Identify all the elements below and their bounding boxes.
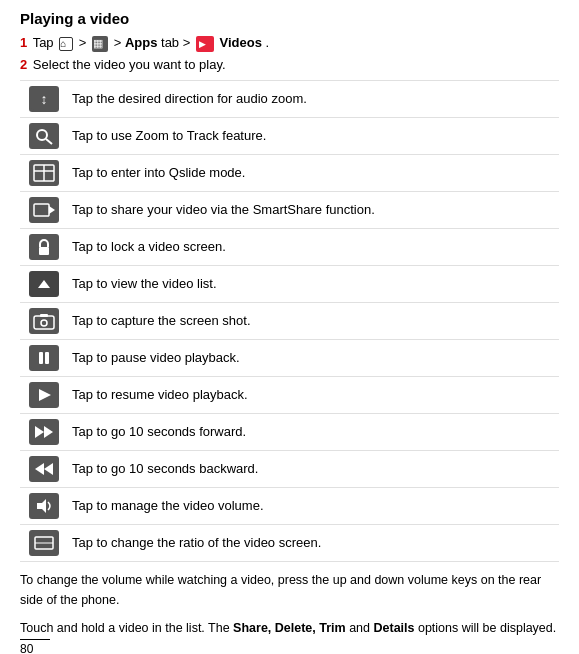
apps-label: Apps xyxy=(125,35,158,50)
smartshare-desc: Tap to share your video via the SmartSha… xyxy=(68,199,559,221)
bold-details: Details xyxy=(373,621,414,635)
icon-cell-smartshare xyxy=(20,195,68,225)
volume-icon xyxy=(29,493,59,519)
capture-icon xyxy=(29,308,59,334)
svg-rect-2 xyxy=(31,125,57,147)
lock-desc: Tap to lock a video screen. xyxy=(68,236,559,258)
ratio-desc: Tap to change the ratio of the video scr… xyxy=(68,532,559,554)
icon-cell-list xyxy=(20,269,68,299)
table-row: Tap to view the video list. xyxy=(20,266,559,303)
step-2: 2 Select the video you want to play. xyxy=(20,55,559,75)
list-desc: Tap to view the video list. xyxy=(68,273,559,295)
backward-icon xyxy=(29,456,59,482)
lock-icon xyxy=(29,234,59,260)
table-row: Tap to go 10 seconds backward. xyxy=(20,451,559,488)
pause-icon xyxy=(29,345,59,371)
home-icon xyxy=(59,37,73,51)
qslide-icon xyxy=(29,160,59,186)
features-table: ↕ Tap the desired direction for audio zo… xyxy=(20,80,559,562)
page-title: Playing a video xyxy=(20,10,559,27)
videos-app-icon xyxy=(196,36,214,52)
svg-rect-13 xyxy=(39,247,49,255)
footer-text-2: Touch and hold a video in the list. The … xyxy=(20,618,559,638)
step2-text: Select the video you want to play. xyxy=(33,57,226,72)
zoom-track-desc: Tap to use Zoom to Track feature. xyxy=(68,125,559,147)
qslide-desc: Tap to enter into Qslide mode. xyxy=(68,162,559,184)
icon-cell-lock xyxy=(20,232,68,262)
forward-desc: Tap to go 10 seconds forward. xyxy=(68,421,559,443)
step-num-2: 2 xyxy=(20,57,27,72)
table-row: Tap to capture the screen shot. xyxy=(20,303,559,340)
table-row: Tap to manage the video volume. xyxy=(20,488,559,525)
table-row: Tap to lock a video screen. xyxy=(20,229,559,266)
step1-text-tap: Tap xyxy=(33,35,58,50)
icon-cell-qslide xyxy=(20,158,68,188)
icon-cell-capture xyxy=(20,306,68,336)
pause-desc: Tap to pause video playback. xyxy=(68,347,559,369)
table-row: Tap to use Zoom to Track feature. xyxy=(20,118,559,155)
step1-gt2: > xyxy=(114,35,125,50)
svg-rect-22 xyxy=(45,352,49,364)
smartshare-icon xyxy=(29,197,59,223)
icon-cell-resume xyxy=(20,380,68,410)
step-num-1: 1 xyxy=(20,35,27,50)
table-row: Tap to enter into Qslide mode. xyxy=(20,155,559,192)
apps-grid-icon xyxy=(92,36,108,52)
forward-icon xyxy=(29,419,59,445)
step1-tab: tab > xyxy=(161,35,194,50)
volume-desc: Tap to manage the video volume. xyxy=(68,495,559,517)
videos-label: Videos xyxy=(220,35,262,50)
icon-cell-zoom-track xyxy=(20,121,68,151)
svg-text:↕: ↕ xyxy=(41,91,48,107)
table-row: ↕ Tap the desired direction for audio zo… xyxy=(20,81,559,118)
page-number: 80 xyxy=(20,639,50,654)
step1-gt1: > xyxy=(79,35,90,50)
audio-zoom-desc: Tap the desired direction for audio zoom… xyxy=(68,88,559,110)
table-row: Tap to share your video via the SmartSha… xyxy=(20,192,559,229)
bold-share: Share, Delete, Trim xyxy=(233,621,346,635)
icon-cell-volume xyxy=(20,491,68,521)
icon-cell-forward xyxy=(20,417,68,447)
table-row: Tap to go 10 seconds forward. xyxy=(20,414,559,451)
svg-rect-21 xyxy=(39,352,43,364)
icon-cell-pause xyxy=(20,343,68,373)
svg-rect-19 xyxy=(40,314,48,317)
resume-icon xyxy=(29,382,59,408)
resume-desc: Tap to resume video playback. xyxy=(68,384,559,406)
ratio-icon xyxy=(29,530,59,556)
zoom-track-icon xyxy=(29,123,59,149)
svg-rect-20 xyxy=(31,347,57,369)
icon-cell-ratio xyxy=(20,528,68,558)
table-row: Tap to change the ratio of the video scr… xyxy=(20,525,559,562)
icon-cell-audio-zoom: ↕ xyxy=(20,84,68,114)
step1-period: . xyxy=(266,35,270,50)
footer-text-1: To change the volume while watching a vi… xyxy=(20,570,559,610)
table-row: Tap to pause video playback. xyxy=(20,340,559,377)
capture-desc: Tap to capture the screen shot. xyxy=(68,310,559,332)
steps-container: 1 Tap > > Apps tab > Videos . 2 Select t… xyxy=(20,33,559,74)
step-1: 1 Tap > > Apps tab > Videos . xyxy=(20,33,559,53)
list-icon xyxy=(29,271,59,297)
table-row: Tap to resume video playback. xyxy=(20,377,559,414)
audio-zoom-icon: ↕ xyxy=(29,86,59,112)
icon-cell-backward xyxy=(20,454,68,484)
backward-desc: Tap to go 10 seconds backward. xyxy=(68,458,559,480)
